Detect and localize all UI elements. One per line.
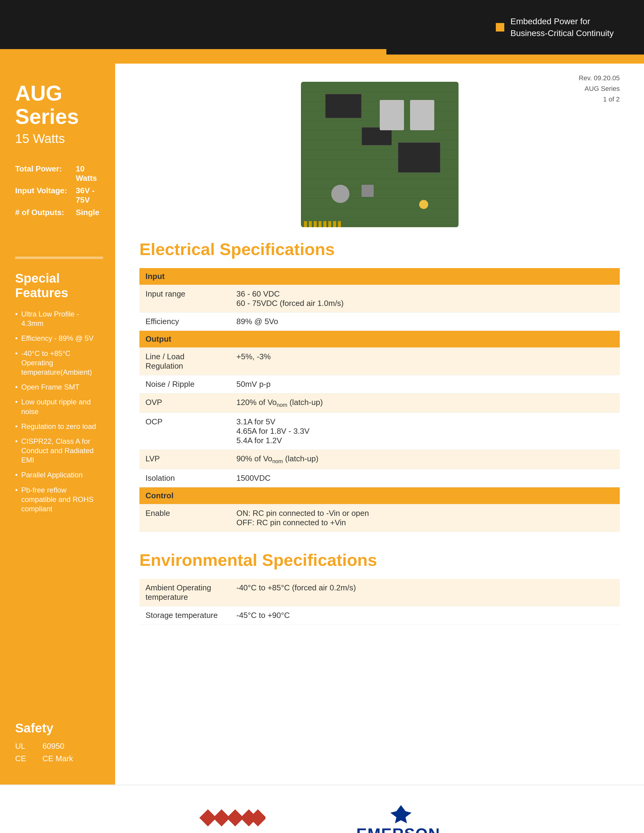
input-header-row: Input bbox=[139, 268, 620, 285]
header-accent bbox=[0, 49, 644, 55]
pcb-ic-1 bbox=[325, 94, 362, 118]
pin bbox=[338, 221, 341, 227]
svg-marker-5 bbox=[390, 805, 412, 823]
emerson-icon bbox=[386, 804, 416, 825]
ovp-label: OVP bbox=[139, 394, 230, 413]
main-area: Rev. 09.20.05 AUG Series 1 of 2 bbox=[115, 64, 644, 785]
emerson-text: EMERSON. bbox=[356, 825, 445, 833]
footer-area: ASTEC EMERSON. Network Power bbox=[0, 785, 644, 833]
electrical-spec-table: Input Input range 36 - 60 VDC 60 - 75VDC… bbox=[139, 268, 620, 532]
feature-item-4: Open Frame SMT bbox=[15, 382, 103, 392]
ambient-temp-label: Ambient Operating temperature bbox=[139, 579, 230, 606]
pin bbox=[333, 221, 336, 227]
pin bbox=[319, 221, 322, 227]
tagline-line1: Embedded Power for bbox=[510, 16, 614, 27]
feature-item-3: -40°C to +85°C Operating temperature(Amb… bbox=[15, 349, 103, 377]
pin bbox=[328, 221, 331, 227]
sidebar-divider bbox=[15, 257, 103, 259]
electrical-specs-title: Electrical Specifications bbox=[139, 239, 620, 259]
pin bbox=[314, 221, 317, 227]
safety-title: Safety bbox=[15, 721, 103, 735]
line-load-row: Line / Load Regulation +5%, -3% bbox=[139, 348, 620, 375]
feature-item-8: Parallel Application bbox=[15, 470, 103, 479]
env-spec-table: Ambient Operating temperature -40°C to +… bbox=[139, 579, 620, 625]
pcb-cap-1 bbox=[410, 100, 434, 130]
product-image bbox=[301, 82, 459, 227]
input-header: Input bbox=[139, 268, 620, 285]
pcb-cap-3 bbox=[331, 185, 349, 203]
storage-temp-label: Storage temperature bbox=[139, 606, 230, 625]
lvp-label: LVP bbox=[139, 450, 230, 469]
feature-item-7: CISPR22, Class A for Conduct and Radiate… bbox=[15, 436, 103, 465]
safety-value-ul: 60950 bbox=[42, 741, 64, 751]
spec-value-outputs: Single bbox=[76, 208, 100, 217]
feature-item-1: Ultra Low Profile - 4.3mm bbox=[15, 309, 103, 328]
rev-line1: Rev. 09.20.05 bbox=[579, 73, 620, 83]
series-title: AUG Series bbox=[15, 82, 103, 129]
rev-line2: AUG Series bbox=[579, 83, 620, 94]
safety-ce: CE CE Mark bbox=[15, 754, 103, 763]
pcb-res-1 bbox=[362, 185, 374, 197]
pcb-cap-2 bbox=[380, 100, 404, 130]
storage-temp-value: -45°C to +90°C bbox=[230, 606, 620, 625]
enable-value: ON: RC pin connected to -Vin or open OFF… bbox=[230, 504, 620, 532]
env-specs-title: Environmental Specifications bbox=[139, 550, 620, 570]
ocp-value: 3.1A for 5V 4.65A for 1.8V - 3.3V 5.4A f… bbox=[230, 413, 620, 450]
spec-value-power: 10 Watts bbox=[76, 164, 103, 183]
pcb-ic-3 bbox=[398, 142, 440, 173]
sidebar-specs: Total Power: 10 Watts Input Voltage: 36V… bbox=[15, 164, 103, 220]
efficiency-label: Efficiency bbox=[139, 313, 230, 331]
ambient-temp-row: Ambient Operating temperature -40°C to +… bbox=[139, 579, 620, 606]
features-title: Special Features bbox=[15, 271, 103, 300]
storage-temp-row: Storage temperature -45°C to +90°C bbox=[139, 606, 620, 625]
astec-diamonds-icon bbox=[199, 806, 266, 830]
spec-row-power: Total Power: 10 Watts bbox=[15, 164, 103, 183]
environmental-section: Environmental Specifications Ambient Ope… bbox=[139, 550, 620, 625]
ambient-temp-value: -40°C to +85°C (forced air 0.2m/s) bbox=[230, 579, 620, 606]
output-header: Output bbox=[139, 331, 620, 348]
feature-item-5: Low output ripple and noise bbox=[15, 397, 103, 416]
feature-item-2: Efficiency - 89% @ 5V bbox=[15, 333, 103, 343]
lvp-value: 90% of Vonom (latch-up) bbox=[230, 450, 620, 469]
sub-header-strip bbox=[0, 55, 644, 64]
svg-rect-4 bbox=[250, 809, 266, 827]
sidebar-safety: Safety UL 60950 CE CE Mark bbox=[15, 703, 103, 766]
noise-ripple-value: 50mV p-p bbox=[230, 375, 620, 394]
efficiency-row: Efficiency 89% @ 5Vo bbox=[139, 313, 620, 331]
ocp-label: OCP bbox=[139, 413, 230, 450]
main-content: AUG Series 15 Watts Total Power: 10 Watt… bbox=[0, 64, 644, 785]
spec-row-voltage: Input Voltage: 36V - 75V bbox=[15, 186, 103, 205]
noise-ripple-label: Noise / Ripple bbox=[139, 375, 230, 394]
feature-item-9: Pb-free reflow compatible and ROHS compl… bbox=[15, 485, 103, 514]
pin bbox=[324, 221, 327, 227]
features-list: Ultra Low Profile - 4.3mm Efficiency - 8… bbox=[15, 309, 103, 519]
input-range-value: 36 - 60 VDC 60 - 75VDC (forced air 1.0m/… bbox=[230, 285, 620, 313]
emerson-logo: EMERSON. Network Power bbox=[356, 804, 445, 833]
isolation-row: Isolation 1500VDC bbox=[139, 469, 620, 487]
safety-label-ul: UL bbox=[15, 741, 33, 751]
orange-square-icon bbox=[496, 23, 504, 32]
noise-ripple-row: Noise / Ripple 50mV p-p bbox=[139, 375, 620, 394]
sidebar: AUG Series 15 Watts Total Power: 10 Watt… bbox=[0, 64, 115, 785]
spec-label-outputs: # of Outputs: bbox=[15, 208, 70, 217]
pcb-pins bbox=[301, 220, 459, 227]
pcb-led bbox=[419, 200, 428, 209]
input-range-row: Input range 36 - 60 VDC 60 - 75VDC (forc… bbox=[139, 285, 620, 313]
line-load-label: Line / Load Regulation bbox=[139, 348, 230, 375]
ovp-value: 120% of Vonom (latch-up) bbox=[230, 394, 620, 413]
safety-value-ce: CE Mark bbox=[42, 754, 73, 763]
lvp-row: LVP 90% of Vonom (latch-up) bbox=[139, 450, 620, 469]
pin bbox=[309, 221, 312, 227]
line-load-value: +5%, -3% bbox=[230, 348, 620, 375]
spec-row-outputs: # of Outputs: Single bbox=[15, 208, 103, 217]
spec-label-voltage: Input Voltage: bbox=[15, 186, 70, 205]
ovp-row: OVP 120% of Vonom (latch-up) bbox=[139, 394, 620, 413]
feature-item-6: Regulation to zero load bbox=[15, 422, 103, 431]
header-tagline: Embedded Power for Business-Critical Con… bbox=[496, 16, 614, 39]
pin bbox=[304, 221, 307, 227]
header-bar: Embedded Power for Business-Critical Con… bbox=[0, 0, 644, 55]
enable-row: Enable ON: RC pin connected to -Vin or o… bbox=[139, 504, 620, 532]
sidebar-watts: 15 Watts bbox=[15, 132, 103, 146]
isolation-value: 1500VDC bbox=[230, 469, 620, 487]
spec-label-power: Total Power: bbox=[15, 164, 70, 183]
